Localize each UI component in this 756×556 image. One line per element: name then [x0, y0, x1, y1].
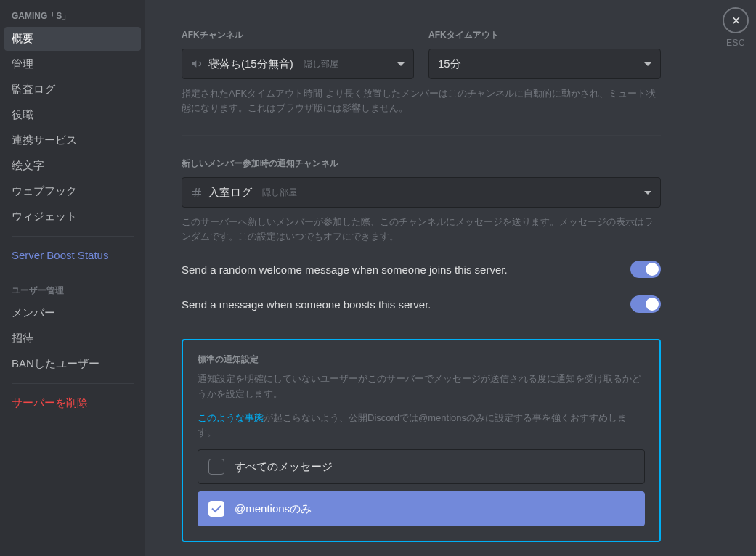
chevron-down-icon: [644, 62, 651, 66]
notifications-link[interactable]: このような事態: [198, 412, 264, 423]
sidebar-divider: [12, 236, 134, 237]
close-icon: ✕: [731, 14, 741, 28]
section-divider: [182, 135, 661, 136]
close-label: ESC: [723, 38, 749, 48]
sidebar-item-webhooks[interactable]: ウェブフック: [4, 179, 141, 203]
sidebar-item-integrations[interactable]: 連携サービス: [4, 128, 141, 152]
sidebar-item-delete-server[interactable]: サーバーを削除: [4, 391, 141, 415]
sidebar-divider: [12, 383, 134, 384]
chevron-down-icon: [644, 191, 651, 195]
new-member-channel-label: 新しいメンバー参加時の通知チャンネル: [182, 158, 661, 170]
notify-option-all-messages[interactable]: すべてのメッセージ: [198, 449, 645, 484]
checkbox-icon: [208, 501, 224, 517]
check-icon: [211, 503, 221, 512]
notify-option-mentions-only[interactable]: @mentionsのみ: [198, 491, 645, 526]
afk-timeout-value: 15分: [438, 57, 461, 71]
default-notifications-title: 標準の通知設定: [198, 353, 645, 366]
checkbox-icon: [208, 459, 224, 475]
chevron-down-icon: [397, 62, 405, 66]
welcome-message-toggle[interactable]: [630, 261, 661, 278]
afk-timeout-label: AFKタイムアウト: [428, 29, 661, 41]
sidebar-item-invites[interactable]: 招待: [4, 327, 141, 351]
settings-sidebar: GAMING「S」 概要 管理 監査ログ 役職 連携サービス 絵文字 ウェブフッ…: [0, 0, 145, 556]
close-button[interactable]: ✕: [723, 7, 749, 33]
settings-content: ✕ ESC AFKチャンネル 寝落ち(15分無音) 隠し部屋: [145, 0, 756, 556]
new-member-help-text: このサーバーへ新しいメンバーが参加した際、このチャンネルにメッセージを送ります。…: [182, 215, 661, 243]
afk-channel-value: 寝落ち(15分無音): [208, 57, 293, 71]
sidebar-item-bans[interactable]: BANしたユーザー: [4, 352, 141, 376]
sidebar-server-name: GAMING「S」: [4, 7, 141, 27]
sidebar-item-roles[interactable]: 役職: [4, 103, 141, 127]
sidebar-item-members[interactable]: メンバー: [4, 301, 141, 325]
welcome-message-row: Send a random welcome message when someo…: [182, 261, 661, 278]
boost-message-label: Send a message when someone boosts this …: [182, 298, 431, 311]
notify-option-mentions-label: @mentionsのみ: [235, 502, 312, 516]
default-notifications-help: 通知設定を明確にしていないユーザーがこのサーバーでメッセージが送信される度に通知…: [198, 372, 645, 402]
welcome-message-label: Send a random welcome message when someo…: [182, 263, 508, 276]
hash-icon: [191, 187, 203, 198]
sidebar-item-boost-status[interactable]: Server Boost Status: [4, 244, 141, 266]
boost-message-toggle[interactable]: [630, 295, 661, 313]
afk-channel-category: 隠し部屋: [304, 58, 338, 70]
speaker-icon: [191, 58, 203, 70]
sidebar-item-audit-log[interactable]: 監査ログ: [4, 78, 141, 102]
new-member-channel-category: 隠し部屋: [262, 187, 297, 199]
notify-option-all-label: すべてのメッセージ: [235, 460, 333, 474]
close-control: ✕ ESC: [723, 7, 749, 48]
sidebar-item-moderation[interactable]: 管理: [4, 52, 141, 76]
sidebar-divider: [12, 274, 134, 274]
afk-channel-label: AFKチャンネル: [182, 29, 414, 41]
new-member-channel-select[interactable]: 入室ログ 隠し部屋: [182, 177, 661, 208]
afk-help-text: 指定されたAFKタイムアウト時間 より長く放置したメンバーはこのチャンネルに自動…: [182, 86, 661, 115]
sidebar-item-overview[interactable]: 概要: [4, 27, 141, 51]
default-notifications-recommend: このような事態が起こらないよう、公開Discordでは@mentionsのみに設…: [198, 411, 645, 441]
default-notifications-card: 標準の通知設定 通知設定を明確にしていないユーザーがこのサーバーでメッセージが送…: [182, 339, 661, 542]
afk-timeout-select[interactable]: 15分: [428, 49, 661, 79]
sidebar-subheader-users: ユーザー管理: [4, 282, 141, 301]
sidebar-item-widget[interactable]: ウィジェット: [4, 205, 141, 229]
afk-channel-select[interactable]: 寝落ち(15分無音) 隠し部屋: [182, 49, 414, 79]
boost-message-row: Send a message when someone boosts this …: [182, 295, 661, 313]
new-member-channel-value: 入室ログ: [208, 186, 252, 200]
sidebar-item-emoji[interactable]: 絵文字: [4, 154, 141, 178]
